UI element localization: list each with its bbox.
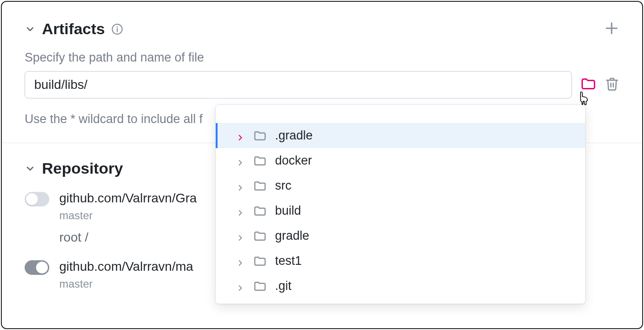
repository-toggle[interactable] (25, 192, 49, 206)
folder-icon (253, 154, 267, 168)
folder-icon (253, 204, 267, 218)
tree-item[interactable]: docker (216, 148, 585, 173)
chevron-right-icon (236, 156, 245, 165)
folder-icon (253, 279, 267, 293)
folder-icon (253, 254, 267, 268)
chevron-right-icon (236, 232, 245, 241)
tree-item[interactable]: test1 (216, 248, 585, 273)
repository-root: root / (59, 230, 197, 245)
tree-item[interactable]: src (216, 173, 585, 198)
chevron-right-icon (236, 181, 245, 191)
section-title-repository: Repository (42, 160, 123, 177)
tree-item-label: gradle (275, 229, 309, 243)
add-artifact-button[interactable] (604, 21, 619, 38)
svg-point-2 (117, 26, 118, 27)
tree-item-label: build (275, 204, 301, 218)
folder-icon (253, 129, 267, 143)
path-input[interactable] (25, 71, 572, 98)
folder-icon (253, 229, 267, 243)
folder-tree-popover: .gradledockersrcbuildgradletest1.git (215, 104, 586, 304)
chevron-right-icon (236, 282, 245, 291)
repository-url: github.com/Valrravn/Gra (59, 191, 197, 206)
tree-item[interactable]: .gradle (216, 123, 585, 148)
path-field-label: Specify the path and name of file (25, 51, 619, 65)
chevron-down-icon[interactable] (25, 163, 36, 174)
artifacts-header: Artifacts (25, 20, 619, 38)
info-icon[interactable] (111, 23, 123, 35)
browse-folder-button[interactable] (580, 76, 597, 94)
repository-toggle[interactable] (25, 260, 49, 275)
tree-item-label: .gradle (275, 129, 313, 143)
repository-branch: master (59, 278, 193, 290)
chevron-right-icon (236, 257, 245, 266)
section-title-artifacts: Artifacts (42, 20, 105, 38)
tree-item-label: test1 (275, 254, 302, 268)
chevron-right-icon (236, 131, 245, 140)
chevron-right-icon (236, 206, 245, 216)
tree-item[interactable]: gradle (216, 223, 585, 248)
tree-item[interactable]: .git (216, 273, 585, 299)
repository-url: github.com/Valrravn/ma (59, 259, 193, 274)
chevron-down-icon[interactable] (25, 24, 36, 35)
tree-item[interactable]: build (216, 198, 585, 223)
delete-artifact-button[interactable] (605, 77, 619, 93)
repository-branch: master (59, 209, 197, 222)
tree-item-label: docker (275, 154, 312, 168)
folder-icon (253, 179, 267, 193)
tree-item-label: src (275, 179, 291, 193)
tree-item-label: .git (275, 279, 291, 293)
